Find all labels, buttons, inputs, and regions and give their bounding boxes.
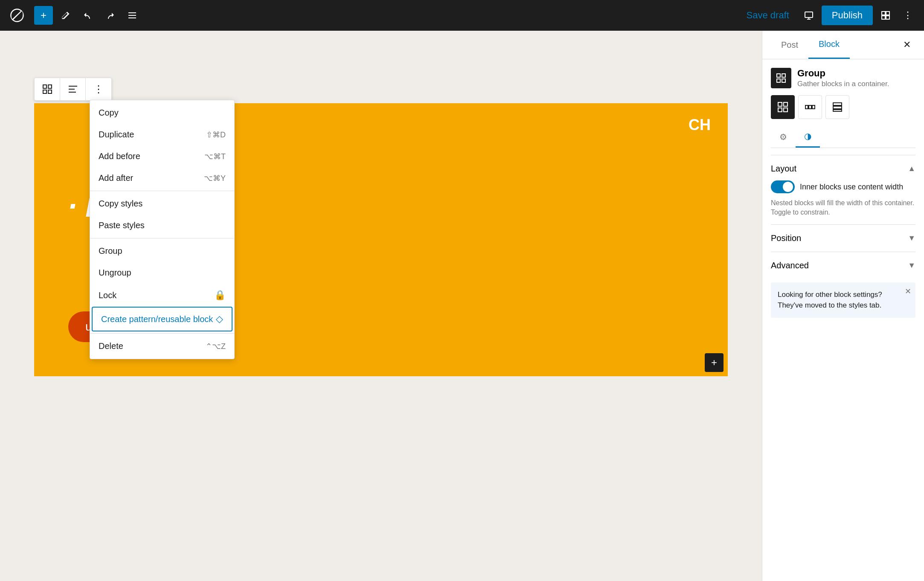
save-draft-button[interactable]: Save draft (740, 6, 796, 24)
add-block-button[interactable]: + (34, 6, 53, 25)
svg-rect-13 (69, 89, 75, 90)
layout-stack-button[interactable] (825, 95, 849, 119)
svg-rect-21 (778, 108, 782, 112)
block-ch-text: CH (689, 116, 711, 134)
block-toolbar: ⋮ (34, 78, 112, 101)
options-button[interactable]: ⋮ (898, 6, 917, 25)
group-button[interactable] (35, 78, 60, 100)
sidebar-tabs: Post Block ✕ (762, 31, 924, 59)
tab-styles[interactable]: ◑ (796, 126, 820, 148)
position-panel: Position ▼ (771, 224, 915, 252)
svg-rect-12 (69, 86, 77, 87)
svg-rect-6 (882, 16, 885, 19)
redo-button[interactable] (101, 6, 119, 25)
svg-rect-27 (833, 106, 842, 109)
layout-chevron-icon: ▲ (908, 164, 915, 173)
menu-item-copy-styles[interactable]: Copy styles (90, 193, 234, 215)
info-box: Looking for other block settings? They'v… (771, 282, 915, 318)
svg-rect-25 (812, 105, 815, 109)
position-title: Position (771, 233, 801, 243)
position-panel-header[interactable]: Position ▼ (771, 232, 915, 245)
advanced-panel-header[interactable]: Advanced ▼ (771, 259, 915, 272)
block-icon (771, 68, 791, 88)
block-info: Group Gather blocks in a container. (771, 68, 915, 88)
toggle-label: Inner blocks use content width (800, 183, 903, 192)
menu-item-create-pattern[interactable]: Create pattern/reusable block ◇ (92, 307, 232, 331)
layout-options (771, 95, 915, 119)
sidebar-content: Group Gather blocks in a container. ⚙ (762, 59, 924, 581)
undo-button[interactable] (78, 6, 97, 25)
editor-area: ⋮ CH · Demo us + Copy Duplicate ⇧⌘D Add … (0, 31, 762, 581)
settings-tabs: ⚙ ◑ (771, 126, 915, 148)
tab-settings[interactable]: ⚙ (771, 126, 796, 148)
svg-rect-4 (882, 12, 885, 15)
block-editor-button[interactable] (876, 6, 895, 25)
menu-item-lock[interactable]: Lock 🔒 (90, 284, 234, 307)
svg-rect-23 (805, 105, 808, 109)
svg-rect-14 (69, 92, 76, 93)
svg-rect-5 (886, 12, 889, 15)
right-sidebar: Post Block ✕ Group Gather blocks in a co… (762, 31, 924, 581)
context-menu: Copy Duplicate ⇧⌘D Add before ⌥⌘T Add af… (90, 100, 235, 359)
svg-rect-26 (833, 103, 842, 105)
svg-rect-18 (782, 79, 785, 82)
layout-title: Layout (771, 164, 796, 174)
advanced-title: Advanced (771, 261, 809, 270)
svg-rect-1 (128, 15, 136, 16)
wp-logo[interactable] (7, 5, 27, 26)
content-width-toggle-row: Inner blocks use content width (771, 180, 915, 193)
advanced-chevron-icon: ▼ (908, 261, 915, 270)
layout-group-button[interactable] (771, 95, 795, 119)
svg-rect-20 (784, 102, 787, 106)
menu-item-group[interactable]: Group (90, 240, 234, 262)
svg-rect-15 (777, 74, 780, 77)
add-inner-block-button[interactable]: + (705, 353, 724, 372)
more-options-button[interactable]: ⋮ (86, 78, 111, 100)
svg-rect-10 (43, 90, 46, 93)
svg-rect-2 (128, 17, 136, 18)
svg-rect-19 (778, 102, 782, 106)
svg-rect-7 (886, 16, 889, 19)
list-view-button[interactable] (123, 6, 142, 25)
edit-tool-button[interactable] (56, 6, 75, 25)
menu-item-ungroup[interactable]: Ungroup (90, 262, 234, 284)
diamond-icon: ◇ (216, 314, 223, 325)
block-info-text: Group Gather blocks in a container. (797, 68, 889, 88)
svg-rect-9 (48, 85, 52, 88)
info-box-close-button[interactable]: ✕ (905, 287, 911, 296)
layout-panel-header[interactable]: Layout ▲ (771, 162, 915, 175)
menu-divider-1 (90, 191, 234, 191)
align-button[interactable] (60, 78, 86, 100)
menu-item-add-before[interactable]: Add before ⌥⌘T (90, 145, 234, 167)
tab-post[interactable]: Post (771, 31, 808, 59)
top-toolbar: + Save draft Publish ⋮ (0, 0, 924, 31)
svg-rect-11 (48, 90, 52, 93)
menu-item-copy[interactable]: Copy (90, 102, 234, 124)
block-desc: Gather blocks in a container. (797, 80, 889, 88)
svg-rect-16 (782, 74, 785, 77)
toggle-description: Nested blocks will fill the width of thi… (771, 198, 915, 218)
svg-rect-22 (784, 108, 787, 112)
block-name: Group (797, 68, 889, 79)
menu-divider-2 (90, 238, 234, 238)
advanced-panel: Advanced ▼ (771, 252, 915, 279)
tab-block[interactable]: Block (808, 31, 850, 59)
main-layout: ⋮ CH · Demo us + Copy Duplicate ⇧⌘D Add … (0, 0, 924, 581)
svg-rect-3 (805, 12, 813, 17)
publish-button[interactable]: Publish (822, 6, 873, 25)
svg-rect-24 (809, 105, 811, 109)
preview-button[interactable] (799, 6, 818, 25)
menu-divider-3 (90, 333, 234, 334)
close-sidebar-button[interactable]: ✕ (898, 36, 915, 53)
menu-item-delete[interactable]: Delete ⌃⌥Z (90, 335, 234, 357)
menu-item-duplicate[interactable]: Duplicate ⇧⌘D (90, 124, 234, 145)
info-box-text: Looking for other block settings? They'v… (778, 290, 882, 310)
layout-row-button[interactable] (798, 95, 822, 119)
menu-item-add-after[interactable]: Add after ⌥⌘Y (90, 167, 234, 189)
position-chevron-icon: ▼ (908, 234, 915, 243)
layout-panel: Layout ▲ Inner blocks use content width … (771, 155, 915, 224)
menu-item-paste-styles[interactable]: Paste styles (90, 215, 234, 236)
content-width-toggle[interactable] (771, 180, 795, 193)
svg-rect-0 (128, 12, 136, 13)
svg-rect-17 (777, 79, 780, 82)
